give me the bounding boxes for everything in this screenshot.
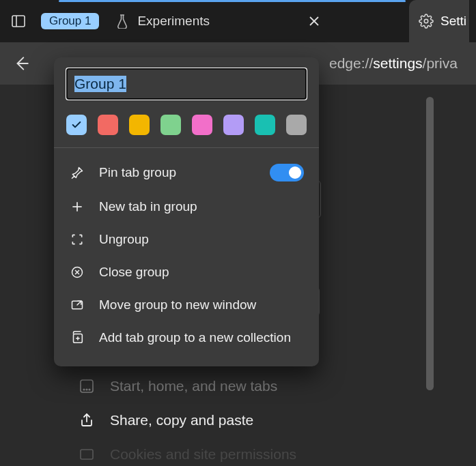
settings-item-label: Share, copy and paste	[110, 412, 253, 428]
back-button[interactable]	[10, 52, 33, 75]
menu-label: Ungroup	[99, 232, 149, 247]
vertical-tabs-button[interactable]	[7, 10, 30, 33]
close-circle-icon	[69, 265, 85, 279]
menu-new-tab-in-group[interactable]: New tab in group	[54, 190, 319, 223]
menu-add-to-collection[interactable]: Add tab group to a new collection	[54, 321, 319, 354]
color-swatch-0[interactable]	[66, 115, 87, 135]
grid-icon	[79, 378, 95, 394]
tab-experiments[interactable]: Experiments	[106, 10, 219, 33]
color-picker	[66, 115, 307, 135]
menu-close-group[interactable]: Close group	[54, 256, 319, 289]
share-icon	[79, 412, 95, 428]
settings-item-cookies[interactable]: Cookies and site permissions	[79, 446, 296, 463]
pin-icon	[69, 166, 85, 179]
settings-item-share[interactable]: Share, copy and paste	[79, 412, 296, 428]
new-window-icon	[69, 298, 85, 312]
tab-settings-label: Setti	[440, 14, 466, 29]
ungroup-icon	[69, 233, 85, 246]
svg-rect-0	[12, 16, 25, 27]
menu-ungroup[interactable]: Ungroup	[54, 223, 319, 256]
tab-label: Experiments	[137, 14, 210, 29]
menu-label: Pin tab group	[99, 165, 176, 180]
tab-group-context-menu: Pin tab group New tab in group Ungroup	[54, 57, 319, 366]
menu-label: New tab in group	[99, 199, 197, 214]
settings-item-start[interactable]: Start, home, and new tabs	[79, 378, 296, 394]
tab-group-chip[interactable]: Group 1	[41, 13, 99, 29]
svg-point-9	[89, 389, 90, 390]
color-swatch-3[interactable]	[160, 115, 181, 135]
cookie-icon	[79, 446, 95, 463]
scrollbar-thumb[interactable]	[426, 97, 434, 390]
tab-strip: Group 1 Experiments Setti	[0, 0, 476, 42]
plus-icon	[69, 200, 85, 214]
svg-rect-10	[81, 450, 93, 459]
menu-label: Move group to new window	[99, 297, 256, 312]
tab-settings[interactable]: Setti	[409, 0, 469, 42]
svg-point-8	[86, 389, 87, 390]
address-text[interactable]: edge://settings/priva	[329, 55, 458, 72]
gear-icon	[419, 14, 434, 29]
collection-add-icon	[69, 330, 85, 345]
color-swatch-4[interactable]	[192, 115, 212, 135]
pin-toggle[interactable]	[270, 164, 304, 181]
svg-point-7	[83, 389, 85, 390]
color-swatch-2[interactable]	[129, 115, 150, 135]
svg-point-4	[424, 19, 428, 23]
settings-item-label: Start, home, and new tabs	[110, 378, 277, 394]
color-swatch-6[interactable]	[255, 115, 275, 135]
color-swatch-5[interactable]	[223, 115, 244, 135]
menu-label: Add tab group to a new collection	[99, 330, 291, 345]
tab-close-button[interactable]	[303, 10, 325, 32]
color-swatch-1[interactable]	[98, 115, 118, 135]
settings-item-label: Cookies and site permissions	[110, 446, 296, 463]
flask-icon	[115, 14, 129, 29]
menu-move-to-new-window[interactable]: Move group to new window	[54, 289, 319, 321]
color-swatch-7[interactable]	[286, 115, 307, 135]
menu-pin-tab-group[interactable]: Pin tab group	[54, 155, 319, 190]
group-name-input[interactable]	[66, 68, 307, 100]
menu-label: Close group	[99, 265, 169, 280]
